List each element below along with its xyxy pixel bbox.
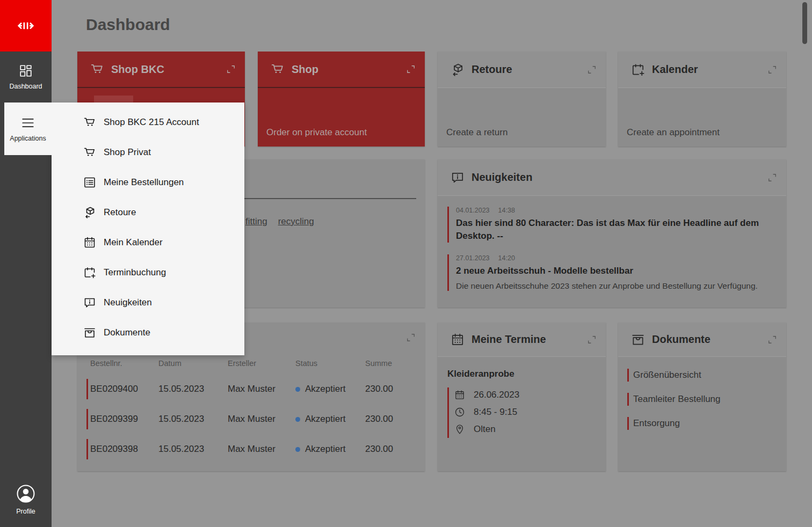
card-shop-bkc-title: Shop BKC xyxy=(111,63,164,76)
hamburger-icon xyxy=(21,116,35,130)
column-header: Bestellnr. xyxy=(90,359,158,368)
calendar-icon xyxy=(454,390,465,400)
clock-icon xyxy=(454,407,465,418)
card-retoure: Retoure Create a return xyxy=(438,52,606,147)
order-total: 230.00 xyxy=(365,444,412,455)
order-number: BE0209398 xyxy=(90,444,158,455)
cart-icon xyxy=(83,146,96,159)
calendar-icon xyxy=(451,333,465,347)
expand-icon[interactable] xyxy=(767,334,778,345)
menu-item-terminbuchung[interactable]: Terminbuchung xyxy=(52,258,244,288)
table-row[interactable]: BE0209398 15.05.2023 Max Muster Akzeptie… xyxy=(90,434,412,464)
order-private-account-link[interactable]: Order on private account xyxy=(266,127,367,138)
status-badge: Akzeptiert xyxy=(295,444,365,455)
sbb-logo[interactable] xyxy=(0,0,52,52)
expand-icon[interactable] xyxy=(767,172,778,183)
event-location-row: Olten xyxy=(454,424,596,435)
cart-icon xyxy=(271,62,285,76)
event-date-row: 26.06.2023 xyxy=(454,390,596,400)
list-item[interactable]: Größenübersicht xyxy=(627,369,777,382)
calendar-plus-icon xyxy=(631,63,645,77)
cart-icon xyxy=(90,62,104,76)
person-icon xyxy=(16,484,35,503)
expand-icon[interactable] xyxy=(586,334,597,345)
card-kalender: Kalender Create an appointment xyxy=(618,52,786,147)
box-return-icon xyxy=(83,206,96,219)
card-neuigkeiten-header: Neuigkeiten xyxy=(438,159,786,196)
speech-info-icon xyxy=(451,171,465,185)
sidebar-item-dashboard[interactable]: Dashboard xyxy=(0,52,52,102)
expand-icon[interactable] xyxy=(226,64,236,75)
card-termine: Meine Termine Kleideranprobe 26.06.2023 … xyxy=(438,323,606,471)
sidebar: Dashboard Profile xyxy=(0,0,52,527)
dashboard-page: Dashboard Shop BKC Shop Order on private… xyxy=(0,0,812,527)
card-shop-bkc-header: Shop BKC xyxy=(77,52,245,88)
menu-item-label: Retoure xyxy=(104,207,136,218)
news-item[interactable]: 27.01.2023 14:20 2 neue Arbeitsschuh - M… xyxy=(447,254,773,291)
menu-item-dokumente[interactable]: Dokumente xyxy=(52,318,244,348)
column-header: Ersteller xyxy=(228,359,295,368)
list-item[interactable]: Entsorgung xyxy=(627,417,777,430)
menu-item-label: Mein Kalender xyxy=(104,237,163,248)
card-termine-header: Meine Termine xyxy=(438,323,606,357)
archive-icon xyxy=(631,333,645,347)
news-time: 14:20 xyxy=(498,254,515,262)
order-number: BE0209399 xyxy=(90,414,158,424)
create-return-link[interactable]: Create a return xyxy=(446,127,508,138)
order-date: 15.05.2023 xyxy=(158,444,228,455)
status-badge: Akzeptiert xyxy=(295,414,365,424)
page-title: Dashboard xyxy=(86,16,170,34)
expand-icon[interactable] xyxy=(405,332,416,343)
sidebar-item-label: Dashboard xyxy=(9,83,42,90)
menu-item-neuigkeiten[interactable]: Neuigkeiten xyxy=(52,288,244,318)
event-name: Kleideranprobe xyxy=(447,369,596,379)
menu-item-label: Shop BKC 215 Account xyxy=(104,117,199,128)
applications-flyout-menu: Shop BKC 215 Account Shop Privat Meine B… xyxy=(52,103,244,355)
card-dokumente-header: Dokumente xyxy=(618,323,786,357)
recycling-link[interactable]: recycling xyxy=(278,216,314,227)
pin-icon xyxy=(454,424,465,435)
card-dokumente-title: Dokumente xyxy=(652,333,711,346)
order-creator: Max Muster xyxy=(228,414,295,424)
event-details: 26.06.2023 8:45 - 9:15 Olten xyxy=(447,387,596,438)
news-item[interactable]: 04.01.2023 14:38 Das hier sind 80 Charac… xyxy=(447,207,773,243)
menu-item-mein-kalender[interactable]: Mein Kalender xyxy=(52,228,244,258)
speech-info-icon xyxy=(83,296,96,309)
sidebar-item-label: Applications xyxy=(10,135,46,142)
menu-item-meine-bestellungen[interactable]: Meine Bestellungen xyxy=(52,167,244,197)
grid-icon xyxy=(19,64,33,78)
list-item[interactable]: Teamleiter Bestellung xyxy=(627,393,777,406)
menu-item-shop-privat[interactable]: Shop Privat xyxy=(52,137,244,167)
column-header: Datum xyxy=(158,359,228,368)
news-list: 04.01.2023 14:38 Das hier sind 80 Charac… xyxy=(438,196,786,291)
archive-icon xyxy=(83,326,96,339)
menu-item-label: Neuigkeiten xyxy=(104,297,152,308)
news-meta: 27.01.2023 14:20 xyxy=(456,254,773,262)
menu-item-label: Terminbuchung xyxy=(104,267,166,278)
table-row[interactable]: BE0209399 15.05.2023 Max Muster Akzeptie… xyxy=(90,404,412,434)
card-termine-title: Meine Termine xyxy=(472,333,546,346)
order-date: 15.05.2023 xyxy=(158,414,228,424)
vertical-scrollbar-thumb[interactable] xyxy=(802,2,807,44)
table-row[interactable]: BE0209400 15.05.2023 Max Muster Akzeptie… xyxy=(90,374,412,404)
order-number: BE0209400 xyxy=(90,384,158,394)
event-location: Olten xyxy=(474,424,496,435)
card-kalender-title: Kalender xyxy=(652,63,698,76)
event-date: 26.06.2023 xyxy=(474,390,519,400)
news-headline: 2 neue Arbeitsschuh - Modelle bestellbar xyxy=(456,265,760,277)
fitting-link[interactable]: fitting xyxy=(245,216,267,227)
event-time: 8:45 - 9:15 xyxy=(474,407,517,418)
news-text: Die neuen Arbeitsschuhe 2023 stehen zur … xyxy=(456,281,773,291)
sidebar-item-profile[interactable]: Profile xyxy=(0,484,52,515)
card-shop: Shop Order on private account xyxy=(258,52,425,147)
documents-list: Größenübersicht Teamleiter Bestellung En… xyxy=(618,357,786,430)
sidebar-item-applications[interactable]: Applications xyxy=(4,103,52,155)
menu-item-retoure[interactable]: Retoure xyxy=(52,197,244,228)
orders-table-header-row: Bestellnr. Datum Ersteller Status Summe xyxy=(90,353,412,374)
expand-icon[interactable] xyxy=(767,64,778,75)
cart-icon xyxy=(83,116,96,129)
expand-icon[interactable] xyxy=(586,64,597,75)
menu-item-shop-bkc-215-account[interactable]: Shop BKC 215 Account xyxy=(52,107,244,137)
create-appointment-link[interactable]: Create an appointment xyxy=(627,127,720,138)
expand-icon[interactable] xyxy=(405,64,416,75)
